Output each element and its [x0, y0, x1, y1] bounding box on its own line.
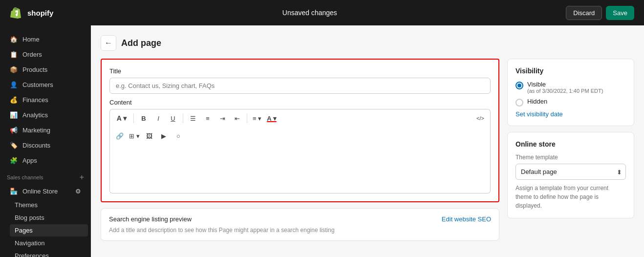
visible-label: Visible [527, 81, 603, 88]
sidebar-label-analytics: Analytics [22, 111, 48, 119]
edit-seo-link[interactable]: Edit website SEO [442, 215, 491, 223]
ordered-list-button[interactable]: ≡ [201, 111, 215, 125]
visible-sub: (as of 3/30/2022, 1:40 PM EDT) [527, 88, 603, 94]
products-icon: 📦 [10, 65, 18, 73]
layout: 🏠 Home 📋 Orders 📦 Products 👤 Customers 💰… [0, 0, 644, 257]
sidebar-item-blog-posts[interactable]: Blog posts [10, 212, 88, 224]
page-title: Add page [121, 38, 161, 48]
settings-icon[interactable]: ⚙ [75, 188, 81, 195]
visibility-card-title: Visibility [515, 67, 626, 75]
apps-icon: 🧩 [10, 156, 18, 164]
sidebar-label-discounts: Discounts [22, 142, 50, 149]
sidebar-label-customers: Customers [22, 81, 53, 88]
sidebar-item-pages[interactable]: Pages [10, 224, 88, 236]
online-store-left: 🏪 Online Store [10, 188, 58, 195]
sidebar-item-customers[interactable]: 👤 Customers [3, 77, 88, 92]
content-area: Title Content A ▾ B I U ☰ ≡ ⇥ ⇤ [101, 59, 634, 241]
sidebar-item-analytics[interactable]: 📊 Analytics [3, 107, 88, 122]
align-button[interactable]: ≡ ▾ [250, 111, 264, 125]
online-store-card: Online store Theme template Default page… [507, 132, 634, 218]
unsaved-changes-label: Unsaved changes [282, 9, 337, 17]
main-content: ← Add page Title Content A ▾ B I U [91, 25, 644, 257]
underline-button[interactable]: U [166, 111, 180, 125]
sidebar-label-products: Products [22, 66, 47, 73]
online-store-submenu: Themes Blog posts Pages Navigation Prefe… [0, 199, 91, 257]
sidebar-item-home[interactable]: 🏠 Home [3, 32, 88, 46]
seo-description: Add a title and description to see how t… [109, 227, 491, 234]
image-button[interactable]: 🖼 [142, 129, 156, 143]
sidebar-label-home: Home [22, 36, 40, 43]
indent-button[interactable]: ⇥ [215, 111, 229, 125]
topbar-actions: Discard Save [566, 6, 634, 20]
themes-label: Themes [15, 201, 38, 209]
marketing-icon: 📢 [10, 126, 18, 134]
code-button[interactable]: </> [473, 111, 487, 125]
sidebar-item-discounts[interactable]: 🏷️ Discounts [3, 138, 88, 152]
online-store-header[interactable]: 🏪 Online Store ⚙ [3, 184, 88, 198]
set-visibility-date-link[interactable]: Set visibility date [515, 110, 626, 118]
visible-label-group: Visible (as of 3/30/2022, 1:40 PM EDT) [527, 81, 603, 94]
sidebar-item-preferences[interactable]: Preferences [10, 250, 88, 257]
visible-option[interactable]: Visible (as of 3/30/2022, 1:40 PM EDT) [515, 81, 626, 94]
editor-body[interactable] [109, 145, 491, 193]
sidebar-item-apps[interactable]: 🧩 Apps [3, 153, 88, 168]
add-sales-channel-button[interactable]: + [80, 173, 84, 182]
table-button[interactable]: ⊞ ▾ [128, 129, 141, 143]
bold-button[interactable]: B [137, 111, 150, 125]
logo: shopify [10, 6, 53, 20]
sales-channels-section: Sales channels + [0, 168, 91, 184]
sidebar-item-themes[interactable]: Themes [10, 199, 88, 211]
editor-toolbar-row2: 🔗 ⊞ ▾ 🖼 ▶ ○ [109, 127, 491, 145]
visible-radio[interactable] [515, 82, 523, 89]
unordered-list-button[interactable]: ☰ [186, 111, 200, 125]
sidebar-item-orders[interactable]: 📋 Orders [3, 47, 88, 62]
discounts-icon: 🏷️ [10, 141, 18, 149]
content-field-label: Content [109, 99, 491, 106]
title-input[interactable] [109, 78, 491, 94]
analytics-icon: 📊 [10, 111, 18, 119]
finances-icon: 💰 [10, 96, 18, 104]
discard-button[interactable]: Discard [566, 6, 602, 20]
title-field-label: Title [109, 67, 491, 75]
sidebar-item-products[interactable]: 📦 Products [3, 62, 88, 77]
circle-button[interactable]: ○ [172, 129, 185, 143]
logo-text: shopify [27, 9, 53, 17]
text-color-button[interactable]: A ▾ [265, 111, 279, 125]
orders-icon: 📋 [10, 50, 18, 58]
sidebar-item-navigation[interactable]: Navigation [10, 237, 88, 249]
template-field-label: Theme template [515, 154, 626, 161]
outdent-button[interactable]: ⇤ [230, 111, 244, 125]
online-store-icon: 🏪 [10, 188, 18, 195]
preferences-label: Preferences [15, 252, 49, 257]
editor-toolbar-row1: A ▾ B I U ☰ ≡ ⇥ ⇤ ≡ ▾ A ▾ </ [109, 109, 491, 127]
font-size-button[interactable]: A ▾ [113, 111, 130, 125]
assign-template-text: Assign a template from your current them… [515, 184, 626, 210]
navigation-label: Navigation [15, 239, 44, 247]
link-button[interactable]: 🔗 [113, 129, 127, 143]
sidebar-label-apps: Apps [22, 157, 37, 164]
sales-channels-label: Sales channels [7, 174, 43, 180]
shopify-logo-icon [10, 6, 23, 20]
blog-posts-label: Blog posts [15, 214, 44, 221]
sidebar-label-finances: Finances [22, 96, 48, 104]
page-editor-card: Title Content A ▾ B I U ☰ ≡ ⇥ ⇤ [101, 59, 499, 202]
template-select-wrapper: Default page Custom page Landing page ⬍ [515, 164, 626, 180]
topbar: shopify Unsaved changes Discard Save [0, 0, 644, 25]
hidden-radio[interactable] [515, 99, 523, 107]
sidebar: 🏠 Home 📋 Orders 📦 Products 👤 Customers 💰… [0, 25, 91, 257]
template-select[interactable]: Default page Custom page Landing page [515, 164, 626, 180]
toolbar-divider-1 [133, 113, 134, 123]
video-button[interactable]: ▶ [157, 129, 171, 143]
online-store-label: Online Store [22, 188, 58, 195]
sidebar-item-finances[interactable]: 💰 Finances [3, 92, 88, 107]
sidebar-label-marketing: Marketing [22, 127, 50, 134]
sidebar-label-orders: Orders [22, 51, 42, 58]
back-button[interactable]: ← [101, 35, 116, 51]
italic-button[interactable]: I [151, 111, 165, 125]
pages-label: Pages [15, 227, 33, 234]
hidden-option[interactable]: Hidden [515, 98, 626, 107]
seo-section-title: Search engine listing preview [109, 215, 192, 223]
sidebar-item-marketing[interactable]: 📢 Marketing [3, 123, 88, 137]
save-button[interactable]: Save [606, 6, 634, 20]
toolbar-divider-3 [247, 113, 247, 123]
